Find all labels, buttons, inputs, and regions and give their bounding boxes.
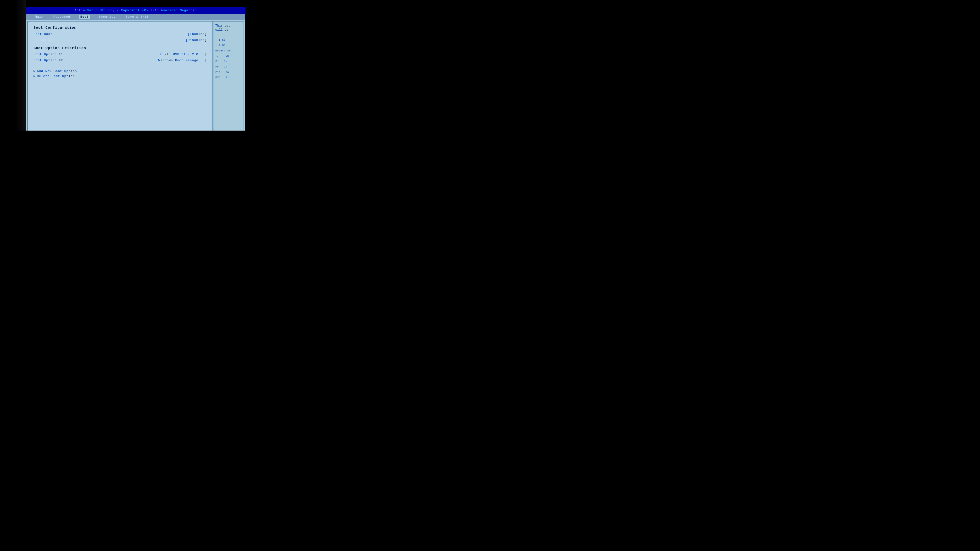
launch-csm-row[interactable]: Launch CSM [Disabled] — [33, 38, 207, 42]
arrow-icon-add: ► — [33, 70, 35, 73]
nav-item-security[interactable]: Security — [97, 14, 117, 19]
boot-option-title: Boot Option Priorities — [33, 46, 207, 50]
key-hint-f9: F9 : Op — [215, 65, 242, 69]
arrow-icon-delete: ► — [33, 75, 35, 78]
launch-csm-label: Launch CSM — [33, 38, 54, 42]
fast-boot-value: [Enabled] — [188, 32, 207, 36]
fast-boot-row[interactable]: Fast Boot [Enabled] — [33, 32, 207, 37]
main-area: Boot Configuration Fast Boot [Enabled] L… — [26, 20, 245, 137]
boot-option-2-row[interactable]: Boot Option #2 [Windows Boot Manage...] — [33, 58, 207, 63]
nav-item-main[interactable]: Main — [33, 14, 45, 19]
boot-option-2-label: Boot Option #2 — [33, 59, 63, 62]
delete-boot-option[interactable]: ► Delete Boot Option — [33, 75, 207, 78]
key-hint-esc: ESC : Ex — [215, 76, 242, 79]
add-new-boot-label: Add New Boot Option — [37, 69, 77, 73]
add-new-boot-option[interactable]: ► Add New Boot Option — [33, 69, 207, 73]
fast-boot-label: Fast Boot — [33, 32, 52, 36]
key-hint-f1: F1 : Ge — [215, 60, 242, 64]
boot-option-1-value: [UEFI: USB DISK 2.0...] — [158, 52, 207, 56]
nav-item-advanced[interactable]: Advanced — [52, 14, 72, 19]
title-text: Aptio Setup Utility - Copyright (C) 2013… — [75, 9, 197, 12]
boot-option-1-row[interactable]: Boot Option #1 [UEFI: USB DISK 2.0...] — [33, 52, 207, 57]
nav-item-save-exit[interactable]: Save & Exit — [124, 14, 150, 19]
key-hint-enter: Enter: Se — [215, 49, 242, 53]
launch-csm-value: [Disabled] — [186, 38, 207, 42]
boot-option-2-value: [Windows Boot Manage...] — [156, 59, 207, 62]
title-bar: Aptio Setup Utility - Copyright (C) 2013… — [26, 7, 245, 14]
key-hint-f10: F10 : Sa — [215, 70, 242, 75]
nav-bar: MainAdvancedBootSecuritySave & Exit — [26, 14, 245, 20]
key-hint-change: +/- : Ch — [215, 54, 242, 58]
bottom-edge-decoration — [0, 130, 245, 138]
boot-config-title: Boot Configuration — [33, 26, 207, 30]
left-edge-decoration — [0, 0, 26, 138]
help-description: This optwill be — [215, 24, 242, 32]
key-hint-select-item: ↕ : Se — [215, 43, 242, 48]
delete-boot-label: Delete Boot Option — [37, 75, 75, 78]
key-hint-select-tab: ↔ : Se — [215, 38, 242, 42]
content-panel: Boot Configuration Fast Boot [Enabled] L… — [27, 21, 213, 136]
nav-item-boot[interactable]: Boot — [79, 14, 90, 19]
help-panel: This optwill be ↔ : Se ↕ : Se Enter: Se … — [213, 21, 244, 136]
bios-screen: Aptio Setup Utility - Copyright (C) 2013… — [26, 7, 245, 138]
boot-option-1-label: Boot Option #1 — [33, 52, 63, 56]
